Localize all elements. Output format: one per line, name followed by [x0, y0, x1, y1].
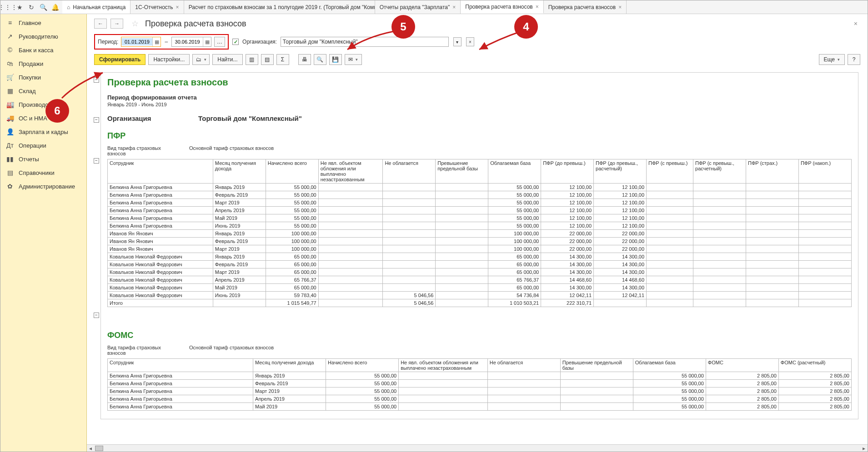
close-icon[interactable]: ×: [176, 4, 179, 10]
settings-button[interactable]: Настройки...: [148, 54, 190, 65]
sidebar-item[interactable]: ▦Склад: [0, 84, 86, 98]
star-icon[interactable]: ★: [14, 2, 25, 13]
date-to-wrap: ▦: [171, 37, 211, 47]
table-cell: 65 000,00: [488, 284, 541, 292]
find-button[interactable]: Найти...: [212, 54, 242, 65]
table-cell: Ковальков Николай Федорович: [108, 284, 213, 292]
nav-back-button[interactable]: ←: [94, 19, 107, 29]
table-cell: 14 300,00: [594, 268, 647, 276]
sidebar-item[interactable]: 🛒Покупки: [0, 70, 86, 84]
toolbar: Сформировать Настройки... 🗂▾ Найти... ▥ …: [87, 53, 868, 69]
email-button[interactable]: ✉▾: [345, 54, 362, 65]
sidebar-item[interactable]: ▤Справочники: [0, 166, 86, 179]
tab[interactable]: Проверка расчета взносов×: [544, 0, 627, 14]
apps-icon[interactable]: ⋮⋮⋮: [2, 2, 13, 13]
tariff-label: Вид тарифа страховых взносов: [107, 145, 176, 156]
sidebar-item[interactable]: ≡Главное: [0, 16, 86, 30]
table-cell: 14 300,00: [594, 284, 647, 292]
close-icon[interactable]: ×: [452, 4, 456, 10]
table-cell: [436, 184, 488, 191]
date-from-input[interactable]: [121, 38, 152, 45]
org-select[interactable]: Торговый дом "Комплексный": [281, 37, 449, 47]
close-icon[interactable]: ×: [536, 4, 539, 10]
table-cell: 2 805,00: [778, 387, 851, 395]
sidebar-item[interactable]: 🛍Продажи: [0, 57, 86, 70]
close-icon[interactable]: ×: [618, 4, 622, 10]
table-cell: 1 015 549,77: [266, 299, 318, 307]
table-row: Ковальков Николай ФедоровичМай 201965 00…: [108, 284, 852, 292]
table-cell: 14 300,00: [541, 268, 594, 276]
org-clear-button[interactable]: ×: [466, 37, 474, 46]
save-button[interactable]: 💾: [329, 54, 342, 65]
tab[interactable]: Расчет по страховым взносам за 1 полугод…: [184, 0, 375, 14]
sum-button[interactable]: Σ: [276, 54, 289, 65]
table-cell: [746, 222, 798, 230]
period-picker-button[interactable]: …: [214, 37, 225, 47]
save-variant-button[interactable]: 🗂▾: [192, 54, 210, 65]
table-cell: Февраль 2019: [253, 380, 326, 387]
tree-toggle-org[interactable]: −: [94, 117, 99, 123]
date-to-input[interactable]: [172, 38, 203, 45]
help-button[interactable]: ?: [848, 54, 860, 65]
table-cell: 65 000,00: [488, 261, 541, 268]
report-area[interactable]: − Проверка расчета взносов Период формир…: [87, 69, 868, 444]
table-cell: [383, 184, 436, 191]
tree-toggle[interactable]: −: [94, 77, 99, 83]
tree-toggle-foms[interactable]: −: [94, 313, 99, 318]
sidebar-item[interactable]: ©Банк и касса: [0, 43, 86, 57]
preview-button[interactable]: 🔍: [314, 54, 326, 65]
table-cell: [399, 403, 488, 411]
org-dropdown-button[interactable]: ▾: [453, 37, 462, 46]
generate-button[interactable]: Сформировать: [94, 54, 146, 65]
table-cell: [318, 299, 383, 307]
table-cell: Белкина Анна Григорьевна: [108, 207, 213, 214]
table-cell: [798, 191, 851, 199]
sidebar-item[interactable]: ДтОперации: [0, 139, 86, 152]
history-icon[interactable]: ↻: [26, 2, 37, 13]
pfr-table: СотрудникМесяц получения доходаНачислено…: [107, 159, 852, 307]
table-cell: Ковальков Николай Федорович: [108, 261, 213, 268]
table-cell: [560, 403, 633, 411]
tab[interactable]: ⌂Начальная страница: [62, 0, 130, 14]
table-row: Ковальков Николай ФедоровичФевраль 20196…: [108, 261, 852, 268]
tab[interactable]: Проверка расчета взносов×: [461, 0, 543, 14]
table-cell: [746, 276, 798, 284]
nav-forward-button[interactable]: →: [110, 19, 123, 29]
sidebar-item[interactable]: 🏭Производство: [0, 98, 86, 111]
table-cell: [383, 253, 436, 261]
collapse-groups-button[interactable]: ▤: [261, 54, 274, 65]
tab-label: Начальная страница: [73, 4, 125, 10]
table-cell: 55 000,00: [488, 199, 541, 207]
tab[interactable]: Отчеты раздела "Зарплата"×: [375, 0, 461, 14]
close-page-button[interactable]: ×: [851, 20, 860, 27]
table-row: Белкина Анна ГригорьевнаФевраль 201955 0…: [108, 380, 852, 387]
table-cell: [693, 214, 746, 222]
sidebar-item[interactable]: 🚚ОС и НМА: [0, 111, 86, 125]
sidebar-item[interactable]: ✿Администрирование: [0, 179, 86, 193]
org-label: Организация:: [242, 39, 277, 45]
sidebar-item[interactable]: ▮▮Отчеты: [0, 152, 86, 166]
horizontal-scrollbar[interactable]: ◂ ▸: [87, 444, 868, 452]
print-button[interactable]: 🖶: [298, 54, 311, 65]
sidebar-item[interactable]: ↗Руководителю: [0, 30, 86, 43]
bell-icon[interactable]: 🔔: [50, 2, 60, 13]
table-header: Месяц получения дохода: [253, 359, 326, 372]
date-to-calendar-icon[interactable]: ▦: [203, 37, 211, 46]
more-button[interactable]: Еще▾: [819, 54, 845, 65]
sidebar-icon: 👤: [6, 128, 14, 135]
favorite-star-icon[interactable]: ☆: [131, 19, 139, 29]
tree-toggle-pfr[interactable]: −: [94, 158, 99, 164]
org-checkbox[interactable]: [232, 39, 239, 45]
table-cell: [746, 292, 798, 299]
expand-groups-button[interactable]: ▥: [246, 54, 258, 65]
sidebar-item[interactable]: 👤Зарплата и кадры: [0, 125, 86, 139]
table-cell: [693, 268, 746, 276]
tab[interactable]: 1С-Отчетность×: [130, 0, 184, 14]
table-header: Облагаемая база: [488, 159, 541, 184]
table-cell: 2 805,00: [778, 403, 851, 411]
search-icon[interactable]: 🔍: [38, 2, 49, 13]
table-cell: 55 000,00: [326, 395, 399, 403]
table-cell: 5 046,56: [383, 292, 436, 299]
date-from-calendar-icon[interactable]: ▦: [152, 37, 161, 46]
table-cell: [487, 395, 560, 403]
